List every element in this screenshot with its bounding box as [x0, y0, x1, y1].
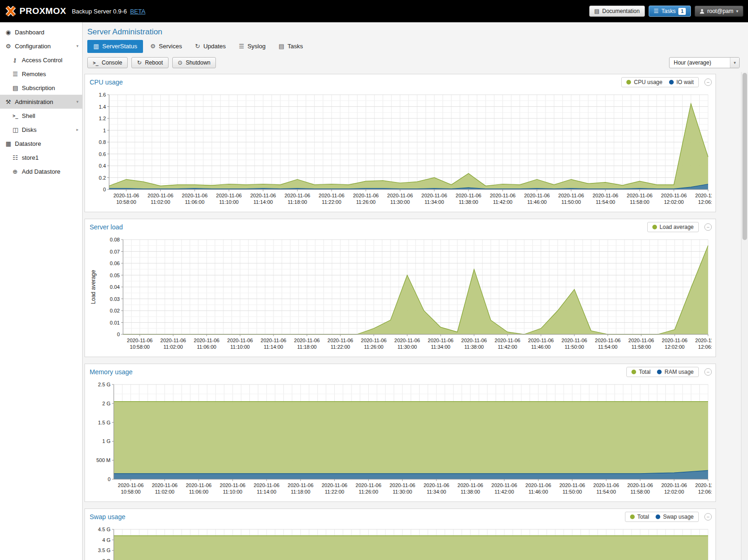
- collapse-icon[interactable]: −: [704, 223, 712, 231]
- beta-link[interactable]: BETA: [130, 8, 145, 15]
- svg-text:11:10:00: 11:10:00: [223, 489, 242, 495]
- legend-item: Total: [630, 514, 649, 520]
- sidebar-item-datastore[interactable]: ▦Datastore: [0, 137, 82, 150]
- collapse-icon[interactable]: −: [704, 513, 712, 521]
- tasks-button[interactable]: ☰ Tasks 1: [649, 6, 691, 17]
- svg-text:2020-11-06: 2020-11-06: [627, 193, 652, 198]
- sidebar-item-shell[interactable]: >_Shell: [0, 109, 82, 123]
- tab-updates[interactable]: ↻Updates: [189, 40, 232, 53]
- svg-text:0: 0: [117, 332, 120, 337]
- reboot-icon: ↻: [137, 59, 142, 66]
- database-icon: ☷: [13, 154, 22, 161]
- svg-text:12:02:00: 12:02:00: [664, 199, 684, 205]
- services-icon: ⚙: [150, 43, 156, 50]
- top-bar: PROXMOX Backup Server 0.9-6 BETA ▤ Docum…: [0, 0, 748, 22]
- sidebar-item-subscription[interactable]: ▤Subscription: [0, 81, 82, 95]
- sidebar-item-dashboard[interactable]: ◉Dashboard: [0, 25, 82, 39]
- tab-tasks[interactable]: ▤Tasks: [273, 40, 309, 53]
- svg-text:2020-11-06: 2020-11-06: [661, 482, 687, 488]
- documentation-button[interactable]: ▤ Documentation: [589, 6, 645, 17]
- panels: CPU usageCPU usageIO wait−00.20.40.60.81…: [85, 74, 748, 560]
- tab-services[interactable]: ⚙Services: [144, 40, 188, 53]
- svg-text:10:58:00: 10:58:00: [130, 344, 150, 350]
- svg-text:11:58:00: 11:58:00: [630, 199, 650, 205]
- svg-text:11:14:00: 11:14:00: [254, 199, 273, 205]
- svg-text:2020-11-06: 2020-11-06: [160, 338, 186, 343]
- tab-serverstatus[interactable]: ▥ServerStatus: [87, 40, 143, 53]
- collapse-icon[interactable]: −: [704, 78, 712, 86]
- shutdown-button[interactable]: ⊙ Shutdown: [172, 57, 216, 68]
- sidebar-item-store1[interactable]: ☷store1: [0, 150, 82, 164]
- svg-text:2020-11-06: 2020-11-06: [148, 193, 173, 198]
- svg-text:11:54:00: 11:54:00: [596, 199, 615, 205]
- chart-canvas: 00.010.020.030.040.050.060.070.082020-11…: [88, 236, 712, 355]
- svg-text:0: 0: [108, 476, 111, 482]
- svg-text:11:38:00: 11:38:00: [461, 489, 480, 495]
- sidebar-item-disks[interactable]: ◫Disks▸: [0, 123, 82, 137]
- caret-icon: ▸: [76, 127, 78, 132]
- svg-text:2020-11-06: 2020-11-06: [528, 338, 553, 343]
- svg-text:11:34:00: 11:34:00: [431, 344, 450, 350]
- legend-item: Load average: [652, 224, 694, 230]
- svg-text:11:54:00: 11:54:00: [597, 489, 616, 495]
- legend-item: Swap usage: [656, 514, 694, 520]
- tab-syslog[interactable]: ☰Syslog: [233, 40, 272, 53]
- sidebar-item-administration[interactable]: ⚒Administration▾: [0, 95, 82, 109]
- timeframe-select[interactable]: Hour (average) ▾: [669, 57, 740, 68]
- svg-text:2020-11-06: 2020-11-06: [319, 193, 344, 198]
- legend-item: CPU usage: [626, 79, 662, 85]
- reboot-button[interactable]: ↻ Reboot: [131, 57, 169, 68]
- svg-text:12:06:00: 12:06:00: [698, 489, 712, 495]
- main-content: Server Administration ▥ServerStatus⚙Serv…: [83, 22, 748, 560]
- sidebar-item-label: Shell: [22, 112, 35, 119]
- sidebar-item-access-control[interactable]: ⚷Access Control: [0, 53, 82, 67]
- svg-text:11:50:00: 11:50:00: [561, 199, 581, 205]
- svg-text:2020-11-06: 2020-11-06: [220, 482, 245, 488]
- documentation-label: Documentation: [602, 8, 640, 14]
- svg-text:2020-11-06: 2020-11-06: [695, 338, 712, 343]
- svg-text:11:22:00: 11:22:00: [331, 344, 350, 350]
- legend-label: Load average: [660, 224, 694, 230]
- svg-text:2020-11-06: 2020-11-06: [353, 193, 378, 198]
- svg-text:2020-11-06: 2020-11-06: [422, 193, 447, 198]
- panel-memory-usage: Memory usageTotalRAM usage−0500 M1 G1.5 …: [85, 364, 716, 502]
- chart-area: 0500 M1 G1.5 G2 G2.5 G2020-11-0610:58:00…: [85, 380, 715, 501]
- svg-text:11:14:00: 11:14:00: [264, 344, 283, 350]
- svg-text:0.8: 0.8: [99, 139, 106, 145]
- svg-text:10:58:00: 10:58:00: [121, 489, 141, 495]
- svg-text:0.01: 0.01: [110, 320, 120, 326]
- svg-text:12:02:00: 12:02:00: [664, 489, 684, 495]
- svg-text:4.5 G: 4.5 G: [98, 527, 111, 532]
- svg-text:2020-11-06: 2020-11-06: [294, 338, 319, 343]
- collapse-icon[interactable]: −: [704, 368, 712, 376]
- user-menu-button[interactable]: root@pam ▾: [695, 6, 743, 17]
- svg-text:0.02: 0.02: [110, 308, 120, 313]
- scrollbar-thumb[interactable]: [742, 73, 747, 240]
- svg-text:11:26:00: 11:26:00: [359, 489, 378, 495]
- svg-text:2020-11-06: 2020-11-06: [461, 338, 487, 343]
- svg-text:2020-11-06: 2020-11-06: [118, 482, 143, 488]
- configuration-icon: ⚙: [6, 43, 15, 50]
- sidebar-item-configuration[interactable]: ⚙Configuration▾: [0, 39, 82, 53]
- svg-text:11:10:00: 11:10:00: [219, 199, 239, 205]
- sidebar-item-add-datastore[interactable]: ⊕Add Datastore: [0, 164, 82, 178]
- sidebar-item-remotes[interactable]: ☰Remotes: [0, 67, 82, 81]
- svg-text:11:34:00: 11:34:00: [427, 489, 446, 495]
- legend-label: Swap usage: [663, 514, 694, 520]
- svg-text:11:18:00: 11:18:00: [287, 199, 307, 205]
- svg-text:11:30:00: 11:30:00: [390, 199, 410, 205]
- vertical-scrollbar[interactable]: [741, 72, 748, 560]
- svg-text:2.5 G: 2.5 G: [98, 382, 111, 387]
- console-button[interactable]: >_ Console: [87, 57, 128, 68]
- svg-text:2020-11-06: 2020-11-06: [595, 338, 620, 343]
- legend-label: RAM usage: [664, 369, 694, 375]
- tasks-list-icon: ☰: [654, 8, 659, 14]
- panel-title: CPU usage: [90, 78, 123, 86]
- chart-area: 00.20.40.60.811.21.41.62020-11-0610:58:0…: [85, 90, 715, 212]
- svg-text:0.6: 0.6: [99, 151, 106, 157]
- svg-text:2020-11-06: 2020-11-06: [327, 338, 353, 343]
- svg-text:11:54:00: 11:54:00: [598, 344, 618, 350]
- tab-label: Tasks: [287, 43, 303, 50]
- serverstatus-icon: ▥: [93, 43, 99, 50]
- svg-text:11:26:00: 11:26:00: [356, 199, 376, 205]
